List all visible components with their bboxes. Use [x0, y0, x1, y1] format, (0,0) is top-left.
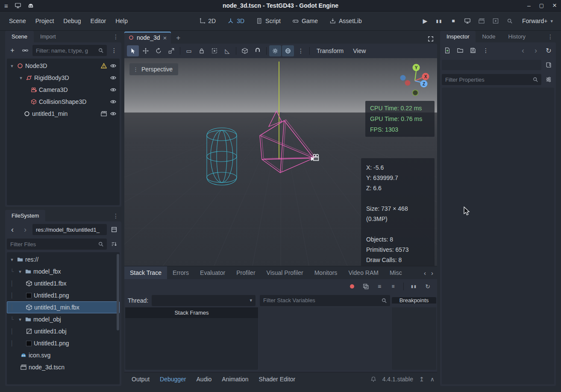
movie-maker-button[interactable]: [476, 15, 487, 27]
notification-icon[interactable]: [370, 376, 376, 382]
tab-script[interactable]: Script: [251, 15, 286, 27]
object-history-button[interactable]: ↻: [543, 45, 554, 56]
tree-row-rigidbody3d[interactable]: ▾ RigidBody3D: [7, 72, 120, 84]
visibility-eye-icon[interactable]: [109, 99, 117, 105]
expand-caret-icon[interactable]: ▾: [18, 75, 24, 81]
debugger-tab-misc[interactable]: Misc: [384, 266, 408, 279]
sort-files-button[interactable]: [109, 239, 120, 250]
tree-row-untitled1-obj[interactable]: │ untitled1.obj: [7, 325, 120, 337]
bottom-tab-output[interactable]: Output: [127, 373, 154, 385]
expand-viewport-button[interactable]: [424, 34, 437, 44]
maximize-button[interactable]: ▢: [539, 3, 544, 9]
window-menu-icon[interactable]: ≡: [4, 3, 8, 9]
bottom-tab-debugger[interactable]: Debugger: [155, 373, 191, 385]
expand-all-button[interactable]: ≡: [374, 281, 385, 292]
debugger-tab-stack-trace[interactable]: Stack Trace: [124, 266, 167, 279]
axis-neg-z-icon[interactable]: [400, 75, 406, 81]
lock-button[interactable]: [196, 45, 208, 56]
expand-bottom-panel-icon[interactable]: ∧: [430, 376, 435, 383]
debugger-tab-visual-profiler[interactable]: Visual Profiler: [261, 266, 309, 279]
view-menu[interactable]: View: [349, 45, 370, 57]
tab-3d[interactable]: 3D: [222, 15, 250, 27]
selection-list-button[interactable]: ▭: [183, 45, 195, 56]
close-button[interactable]: ×: [552, 1, 557, 10]
axis-neg-x-icon[interactable]: [405, 80, 411, 86]
scene-tab-node3d[interactable]: node_3d ×: [124, 32, 171, 44]
expand-caret-icon[interactable]: ▾: [17, 269, 23, 274]
break-button[interactable]: ▮▮: [409, 281, 419, 292]
tree-row-untitled1-fbx[interactable]: │ untitled1.fbx: [7, 277, 120, 289]
property-tools-button[interactable]: [543, 74, 554, 85]
pin-bottom-panel-icon[interactable]: ↥: [419, 376, 424, 383]
close-icon[interactable]: ×: [163, 34, 167, 41]
3d-viewport[interactable]: Y X Z ⋮ Perspective CPU Time: 0.22 ms GP…: [124, 58, 437, 266]
scrollbar[interactable]: [117, 254, 119, 330]
pause-button[interactable]: ▮▮: [434, 15, 445, 27]
dock-menu-icon[interactable]: ⋮: [545, 33, 556, 40]
tab-assetlib[interactable]: AssetLib: [324, 15, 367, 27]
transform-menu[interactable]: Transform: [312, 45, 348, 57]
tree-row-camera3d[interactable]: Camera3D: [7, 84, 120, 96]
menu-help[interactable]: Help: [111, 15, 132, 27]
tree-row-model-fbx[interactable]: └ ▾ model_fbx: [7, 265, 120, 277]
window-layout-icon[interactable]: [15, 3, 21, 9]
tab-game[interactable]: Game: [287, 15, 323, 27]
stack-filter-field[interactable]: [260, 295, 390, 306]
preview-sunlight-button[interactable]: [269, 45, 281, 56]
nav-back-button[interactable]: ‹: [7, 224, 18, 235]
dock-tab-filesystem[interactable]: FileSystem: [5, 210, 45, 221]
path-input[interactable]: [36, 227, 103, 233]
move-tool-button[interactable]: [140, 45, 152, 56]
scale-tool-button[interactable]: [165, 45, 177, 56]
new-resource-button[interactable]: [442, 45, 453, 56]
debugger-tab-video-ram[interactable]: Video RAM: [343, 266, 384, 279]
debugger-tab-evaluator[interactable]: Evaluator: [194, 266, 231, 279]
group-button[interactable]: [209, 45, 220, 56]
tree-row-node3d-tscn[interactable]: node_3d.tscn: [7, 361, 120, 373]
play-button[interactable]: ▶: [420, 15, 431, 27]
copy-error-button[interactable]: [361, 281, 371, 292]
dock-tab-inspector[interactable]: Inspector: [440, 31, 476, 42]
bottom-tab-animation[interactable]: Animation: [217, 373, 253, 385]
history-forward-button[interactable]: ›: [530, 45, 541, 56]
menu-editor[interactable]: Editor: [86, 15, 111, 27]
debugger-tab-monitors[interactable]: Monitors: [309, 266, 343, 279]
debugger-tab-errors[interactable]: Errors: [167, 266, 194, 279]
dock-menu-icon[interactable]: ⋮: [110, 33, 121, 40]
dock-menu-icon[interactable]: ⋮: [110, 212, 121, 219]
files-filter-field[interactable]: [7, 239, 107, 250]
tree-row-icon-svg[interactable]: icon.svg: [7, 349, 120, 361]
expand-caret-icon[interactable]: ▾: [17, 317, 23, 322]
dock-tab-import[interactable]: Import: [34, 31, 62, 42]
tree-row-res[interactable]: ▾ res://: [7, 253, 120, 265]
path-field[interactable]: [32, 224, 107, 235]
version-label[interactable]: 4.4.1.stable: [382, 376, 413, 383]
visibility-eye-icon[interactable]: [109, 75, 117, 81]
collapse-all-button[interactable]: ≡: [388, 281, 398, 292]
tree-row-untitled1-png[interactable]: │ Untitled1.png: [7, 289, 120, 301]
perspective-button[interactable]: ⋮ Perspective: [129, 63, 178, 75]
load-resource-button[interactable]: [455, 45, 466, 56]
visibility-eye-icon[interactable]: [109, 63, 117, 69]
files-filter-input[interactable]: [10, 241, 96, 248]
tree-row-untitled1-png-2[interactable]: │ Untitled1.png: [7, 337, 120, 349]
menu-debug[interactable]: Debug: [59, 15, 85, 27]
history-back-button[interactable]: ‹: [517, 45, 529, 56]
stack-filter-input[interactable]: [263, 297, 379, 304]
save-resource-button[interactable]: [467, 45, 479, 56]
transform-snap-button[interactable]: [239, 45, 251, 56]
scene-filter-input[interactable]: [36, 47, 96, 54]
tree-row-untitled1-min-fbx[interactable]: │ untitled1_min.fbx: [7, 301, 120, 313]
renderer-dropdown[interactable]: Forward+ ▾: [518, 15, 557, 27]
expand-caret-icon[interactable]: ▾: [9, 257, 15, 262]
axis-neg-y-icon[interactable]: [413, 90, 418, 96]
tree-row-node3d[interactable]: ▾ Node3D: [7, 60, 120, 72]
select-tool-button[interactable]: [127, 45, 139, 56]
run-current-scene-button[interactable]: [490, 15, 501, 27]
preview-options-button[interactable]: ⋮: [295, 45, 307, 56]
snap-magnet-button[interactable]: [252, 45, 264, 56]
properties-filter-field[interactable]: [442, 74, 541, 85]
menu-scene[interactable]: Scene: [4, 15, 31, 27]
tree-row-untitled1-min[interactable]: untitled1_min: [7, 108, 120, 120]
tree-row-collisionshape3d[interactable]: CollisionShape3D: [7, 96, 120, 108]
